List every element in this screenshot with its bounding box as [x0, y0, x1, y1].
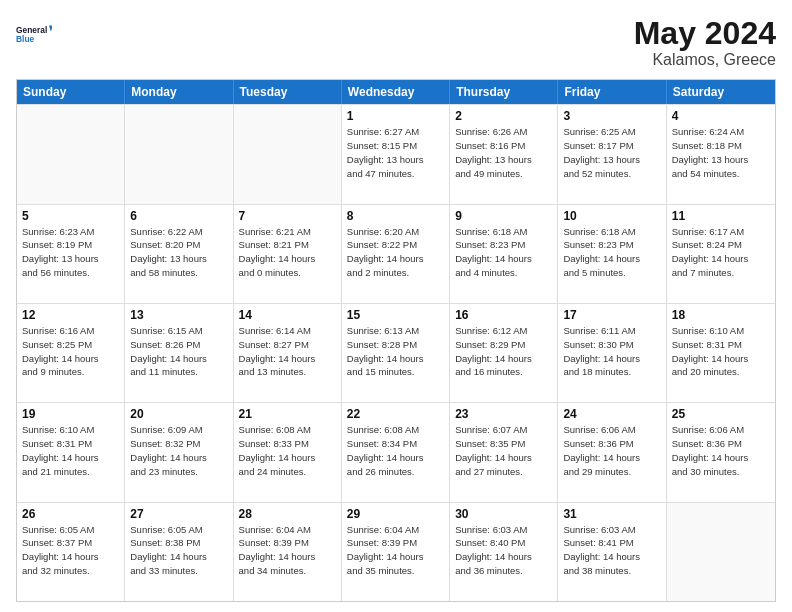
cell-line: and 30 minutes. — [672, 466, 770, 479]
cell-line: and 13 minutes. — [239, 366, 336, 379]
cell-line: Daylight: 14 hours — [347, 253, 444, 266]
cell-line: Sunrise: 6:04 AM — [347, 524, 444, 537]
cell-line: Daylight: 14 hours — [347, 551, 444, 564]
cell-line: Daylight: 14 hours — [672, 452, 770, 465]
cell-line: and 58 minutes. — [130, 267, 227, 280]
day-cell-16: 16Sunrise: 6:12 AMSunset: 8:29 PMDayligh… — [450, 304, 558, 402]
cell-line: Daylight: 14 hours — [239, 253, 336, 266]
cell-line: Daylight: 14 hours — [455, 353, 552, 366]
day-number: 27 — [130, 507, 227, 521]
logo-svg: General Blue — [16, 16, 52, 52]
cell-line: Sunset: 8:23 PM — [455, 239, 552, 252]
day-number: 31 — [563, 507, 660, 521]
cell-line: and 49 minutes. — [455, 168, 552, 181]
cell-line: Daylight: 14 hours — [455, 253, 552, 266]
day-cell-14: 14Sunrise: 6:14 AMSunset: 8:27 PMDayligh… — [234, 304, 342, 402]
cell-line: Sunset: 8:20 PM — [130, 239, 227, 252]
day-cell-11: 11Sunrise: 6:17 AMSunset: 8:24 PMDayligh… — [667, 205, 775, 303]
cell-line: Sunset: 8:17 PM — [563, 140, 660, 153]
cell-line: Sunrise: 6:09 AM — [130, 424, 227, 437]
day-number: 23 — [455, 407, 552, 421]
empty-cell — [667, 503, 775, 601]
day-number: 9 — [455, 209, 552, 223]
calendar-header: SundayMondayTuesdayWednesdayThursdayFrid… — [17, 80, 775, 104]
calendar-row: 1Sunrise: 6:27 AMSunset: 8:15 PMDaylight… — [17, 104, 775, 203]
cell-line: and 47 minutes. — [347, 168, 444, 181]
day-cell-21: 21Sunrise: 6:08 AMSunset: 8:33 PMDayligh… — [234, 403, 342, 501]
cell-line: Sunrise: 6:21 AM — [239, 226, 336, 239]
empty-cell — [125, 105, 233, 203]
cell-line: Daylight: 14 hours — [563, 551, 660, 564]
cell-line: Sunrise: 6:03 AM — [455, 524, 552, 537]
day-cell-15: 15Sunrise: 6:13 AMSunset: 8:28 PMDayligh… — [342, 304, 450, 402]
cell-line: and 18 minutes. — [563, 366, 660, 379]
day-cell-18: 18Sunrise: 6:10 AMSunset: 8:31 PMDayligh… — [667, 304, 775, 402]
header-day-wednesday: Wednesday — [342, 80, 450, 104]
day-number: 8 — [347, 209, 444, 223]
cell-line: and 21 minutes. — [22, 466, 119, 479]
day-number: 2 — [455, 109, 552, 123]
day-number: 3 — [563, 109, 660, 123]
day-number: 20 — [130, 407, 227, 421]
day-cell-27: 27Sunrise: 6:05 AMSunset: 8:38 PMDayligh… — [125, 503, 233, 601]
cell-line: and 2 minutes. — [347, 267, 444, 280]
subtitle: Kalamos, Greece — [634, 51, 776, 69]
header-day-saturday: Saturday — [667, 80, 775, 104]
cell-line: Sunrise: 6:05 AM — [130, 524, 227, 537]
cell-line: Sunset: 8:16 PM — [455, 140, 552, 153]
cell-line: and 29 minutes. — [563, 466, 660, 479]
cell-line: Sunset: 8:24 PM — [672, 239, 770, 252]
header-day-thursday: Thursday — [450, 80, 558, 104]
cell-line: and 23 minutes. — [130, 466, 227, 479]
cell-line: Sunrise: 6:23 AM — [22, 226, 119, 239]
day-number: 16 — [455, 308, 552, 322]
day-cell-2: 2Sunrise: 6:26 AMSunset: 8:16 PMDaylight… — [450, 105, 558, 203]
day-cell-24: 24Sunrise: 6:06 AMSunset: 8:36 PMDayligh… — [558, 403, 666, 501]
day-number: 18 — [672, 308, 770, 322]
cell-line: and 26 minutes. — [347, 466, 444, 479]
page: General Blue May 2024 Kalamos, Greece Su… — [0, 0, 792, 612]
cell-line: and 9 minutes. — [22, 366, 119, 379]
cell-line: Daylight: 14 hours — [455, 551, 552, 564]
cell-line: and 35 minutes. — [347, 565, 444, 578]
day-number: 22 — [347, 407, 444, 421]
cell-line: Sunrise: 6:16 AM — [22, 325, 119, 338]
day-number: 10 — [563, 209, 660, 223]
cell-line: Daylight: 14 hours — [563, 452, 660, 465]
cell-line: Sunrise: 6:18 AM — [563, 226, 660, 239]
calendar: SundayMondayTuesdayWednesdayThursdayFrid… — [16, 79, 776, 602]
cell-line: Daylight: 14 hours — [130, 353, 227, 366]
cell-line: Sunrise: 6:12 AM — [455, 325, 552, 338]
cell-line: Daylight: 14 hours — [130, 551, 227, 564]
cell-line: and 38 minutes. — [563, 565, 660, 578]
day-number: 26 — [22, 507, 119, 521]
cell-line: Sunrise: 6:06 AM — [563, 424, 660, 437]
logo: General Blue — [16, 16, 52, 52]
cell-line: Sunset: 8:30 PM — [563, 339, 660, 352]
day-number: 7 — [239, 209, 336, 223]
calendar-row: 12Sunrise: 6:16 AMSunset: 8:25 PMDayligh… — [17, 303, 775, 402]
cell-line: Sunrise: 6:15 AM — [130, 325, 227, 338]
cell-line: and 34 minutes. — [239, 565, 336, 578]
day-cell-7: 7Sunrise: 6:21 AMSunset: 8:21 PMDaylight… — [234, 205, 342, 303]
header-day-monday: Monday — [125, 80, 233, 104]
cell-line: Sunrise: 6:08 AM — [347, 424, 444, 437]
cell-line: Sunrise: 6:04 AM — [239, 524, 336, 537]
cell-line: Sunset: 8:21 PM — [239, 239, 336, 252]
calendar-row: 5Sunrise: 6:23 AMSunset: 8:19 PMDaylight… — [17, 204, 775, 303]
day-cell-1: 1Sunrise: 6:27 AMSunset: 8:15 PMDaylight… — [342, 105, 450, 203]
cell-line: and 0 minutes. — [239, 267, 336, 280]
day-cell-4: 4Sunrise: 6:24 AMSunset: 8:18 PMDaylight… — [667, 105, 775, 203]
cell-line: Daylight: 13 hours — [130, 253, 227, 266]
cell-line: Sunrise: 6:27 AM — [347, 126, 444, 139]
cell-line: Sunrise: 6:14 AM — [239, 325, 336, 338]
cell-line: Daylight: 13 hours — [563, 154, 660, 167]
day-cell-6: 6Sunrise: 6:22 AMSunset: 8:20 PMDaylight… — [125, 205, 233, 303]
cell-line: Sunrise: 6:17 AM — [672, 226, 770, 239]
empty-cell — [17, 105, 125, 203]
cell-line: Sunrise: 6:11 AM — [563, 325, 660, 338]
cell-line: Sunrise: 6:07 AM — [455, 424, 552, 437]
day-number: 15 — [347, 308, 444, 322]
cell-line: Daylight: 14 hours — [130, 452, 227, 465]
cell-line: Sunset: 8:35 PM — [455, 438, 552, 451]
